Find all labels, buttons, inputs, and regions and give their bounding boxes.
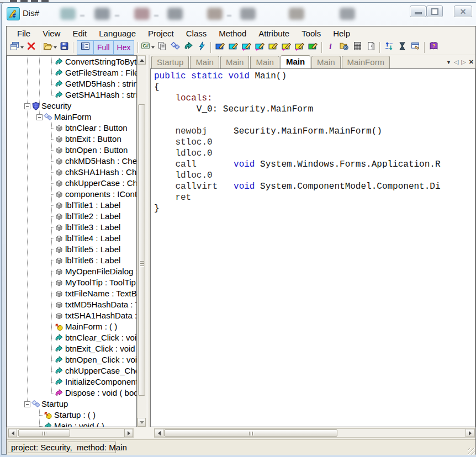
compare-button[interactable] [383, 41, 395, 54]
edit-yellow-button[interactable] [267, 41, 279, 54]
tree-item-chkuppercase[interactable]: chkUpperCase : Chec [7, 178, 136, 189]
panel-splitter[interactable] [146, 55, 150, 427]
tree-item-chksha1hash[interactable]: chkSHA1Hash : Check [7, 167, 136, 178]
tree-horizontal-scrollbar[interactable] [8, 428, 134, 438]
tree-item-btnopen[interactable]: btnOpen : Button [7, 145, 136, 156]
tree-item-getfilestream[interactable]: GetFileStream : FileSt [7, 67, 136, 78]
tree-item-btnclear_click[interactable]: btnClear_Click : void ( [7, 332, 136, 343]
menu-project[interactable]: Project [142, 28, 180, 39]
scroll-down-button[interactable] [137, 418, 146, 427]
tree-item-main[interactable]: Main : void ( ) [7, 421, 136, 427]
menu-edit[interactable]: Edit [66, 28, 93, 39]
tab-list-dropdown-icon[interactable]: ▼ [446, 60, 451, 65]
tree-item-startup[interactable]: Startup : ( ) [7, 410, 136, 421]
tree-item-mainform[interactable]: MainForm [7, 111, 136, 123]
scrollbar-thumb[interactable] [138, 104, 145, 396]
tree-item-dispose[interactable]: Dispose : void ( bool ) [7, 387, 136, 398]
edit-cyan-in-button[interactable] [240, 41, 252, 54]
tree-item-lbltitle2[interactable]: lblTitle2 : Label [7, 211, 136, 222]
edit-green-button[interactable] [306, 41, 319, 54]
tree-item-lbltitle3[interactable]: lblTitle3 : Label [7, 222, 136, 233]
tree-item-lbltitle4[interactable]: lblTitle4 : Label [7, 233, 136, 244]
minimize-button[interactable] [410, 6, 426, 17]
tree-item-initializecomponent[interactable]: InitializeComponent : v [7, 376, 136, 387]
save-button[interactable] [58, 41, 70, 54]
edit-yellow-in-button[interactable] [280, 41, 292, 54]
tab-main-3[interactable]: Main [250, 56, 279, 68]
edit-yellow-out-button[interactable] [293, 41, 305, 54]
resize-grip[interactable] [468, 448, 475, 455]
scroll-left-button[interactable] [8, 429, 17, 437]
collapse-expander[interactable] [24, 401, 30, 407]
tree-item-security[interactable]: Security [7, 100, 136, 111]
menu-tools[interactable]: Tools [295, 28, 327, 39]
scroll-left-button[interactable] [155, 429, 163, 437]
titlebar[interactable]: # Dis# ✕ [2, 3, 476, 24]
scrollbar-thumb[interactable] [164, 429, 337, 437]
tree-item-startup[interactable]: Startup [7, 398, 136, 410]
tree-item-getsha1hash[interactable]: GetSHA1Hash : string [7, 89, 136, 100]
menu-help[interactable]: Help [327, 28, 356, 39]
menu-class[interactable]: Class [180, 28, 213, 39]
tree-item-btnopen_click[interactable]: btnOpen_Click : void ( [7, 354, 136, 365]
scrollbar-thumb[interactable] [18, 429, 70, 437]
tree-item-btnclear[interactable]: btnClear : Button [7, 123, 136, 134]
panel-view-toggle[interactable] [77, 41, 94, 54]
disassembly-view[interactable]: public static void Main(){ locals: V_0: … [150, 68, 475, 427]
new-view-button[interactable] [10, 41, 24, 54]
tree-item-convertstringtobytea[interactable]: ConvertStringToByteA [7, 56, 136, 67]
open-button[interactable] [43, 41, 57, 54]
tree-item-lbltitle5[interactable]: lblTitle5 : Label [7, 244, 136, 255]
tree-item-chkuppercase_check[interactable]: chkUpperCase_Check [7, 365, 136, 376]
tab-main-5[interactable]: Main [311, 56, 341, 68]
menu-attribute[interactable]: Attribute [252, 28, 295, 39]
class-nav-button[interactable] [169, 41, 181, 54]
tree-item-chkmd5hash[interactable]: chkMD5Hash : CheckB [7, 156, 136, 167]
code-horizontal-scrollbar[interactable] [154, 428, 475, 438]
maximize-button[interactable] [426, 6, 443, 17]
info-button[interactable]: i [325, 41, 337, 54]
tab-startup-0[interactable]: Startup [151, 56, 189, 68]
method-nav-button[interactable] [182, 41, 194, 54]
collapse-expander[interactable] [36, 114, 43, 120]
tree-item-txtmd5hashdata[interactable]: txtMD5HashData : Te [7, 299, 136, 310]
project-options-button[interactable] [338, 41, 350, 54]
dropdown-arrow-icon[interactable] [54, 46, 57, 49]
tree-item-getmd5hash[interactable]: GetMD5Hash : string [7, 78, 136, 89]
close-button[interactable]: ✕ [454, 6, 472, 17]
tree-item-mytooltip[interactable]: MyToolTip : ToolTip [7, 277, 136, 288]
edit-cyan-out-button[interactable] [253, 41, 266, 54]
tab-scroll-left-icon[interactable]: ◁ [454, 59, 458, 66]
dropdown-arrow-icon[interactable] [20, 46, 24, 49]
help-button[interactable]: ? [427, 41, 440, 54]
tree-item-components[interactable]: components : IContain [7, 189, 136, 200]
copy-button[interactable] [156, 41, 168, 54]
collapse-expander[interactable] [24, 103, 30, 109]
tab-close-icon[interactable]: ✕ [469, 59, 474, 66]
menu-method[interactable]: Method [213, 28, 252, 39]
edit-blue-button[interactable] [214, 41, 226, 54]
tree-item-btnexit_click[interactable]: btnExit_Click : void ( o [7, 343, 136, 354]
calculator-button[interactable] [351, 41, 363, 54]
language-csharp-button[interactable]: C# [141, 41, 155, 54]
tree-item-txtsha1hashdata[interactable]: txtSHA1HashData : Te [7, 310, 136, 321]
tree-item-myopenfiledialog[interactable]: MyOpenFileDialog : O [7, 266, 136, 277]
class-tree-panel[interactable]: ConvertStringToByteAGetFileStream : File… [7, 55, 137, 427]
hex-view-toggle[interactable]: Hex [114, 41, 134, 54]
wait-button[interactable] [396, 41, 408, 54]
edit-cyan-button[interactable] [227, 41, 239, 54]
tree-item-mainform[interactable]: MainForm : ( ) [7, 321, 136, 332]
decompile-button[interactable] [195, 41, 208, 54]
menu-language[interactable]: Language [93, 28, 142, 39]
scroll-right-button[interactable] [124, 429, 133, 437]
exit-button[interactable] [364, 41, 377, 54]
tree-item-btnexit[interactable]: btnExit : Button [7, 134, 136, 145]
scroll-right-button[interactable] [466, 429, 474, 437]
tree-vertical-scrollbar[interactable] [137, 55, 146, 427]
menu-view[interactable]: View [36, 28, 66, 39]
tree-item-txtfilename[interactable]: txtFileName : TextBox [7, 288, 136, 299]
tab-scroll-right-icon[interactable]: ▷ [461, 59, 466, 66]
tree-item-lbltitle6[interactable]: lblTitle6 : Label [7, 255, 136, 266]
dropdown-arrow-icon[interactable] [151, 46, 155, 49]
tab-main-4[interactable]: Main [281, 55, 310, 68]
